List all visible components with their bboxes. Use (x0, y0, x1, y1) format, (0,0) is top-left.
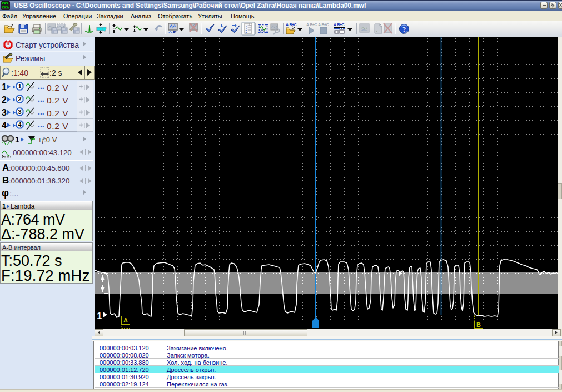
svg-text:3: 3 (18, 108, 21, 115)
svg-text:A:B+C: A:B+C (334, 23, 345, 27)
svg-text:A:B+C: A:B+C (306, 23, 317, 27)
svg-text:1: 1 (18, 83, 21, 90)
svg-text:4: 4 (18, 121, 22, 128)
svg-text:B: B (476, 321, 481, 328)
svg-text:A: A (123, 317, 128, 324)
svg-text:2: 2 (18, 96, 21, 102)
svg-text:?: ? (402, 26, 406, 33)
svg-text:A:B+C: A:B+C (286, 23, 297, 27)
svg-text:A:B+C: A:B+C (318, 23, 329, 27)
svg-text:1: 1 (97, 311, 102, 321)
